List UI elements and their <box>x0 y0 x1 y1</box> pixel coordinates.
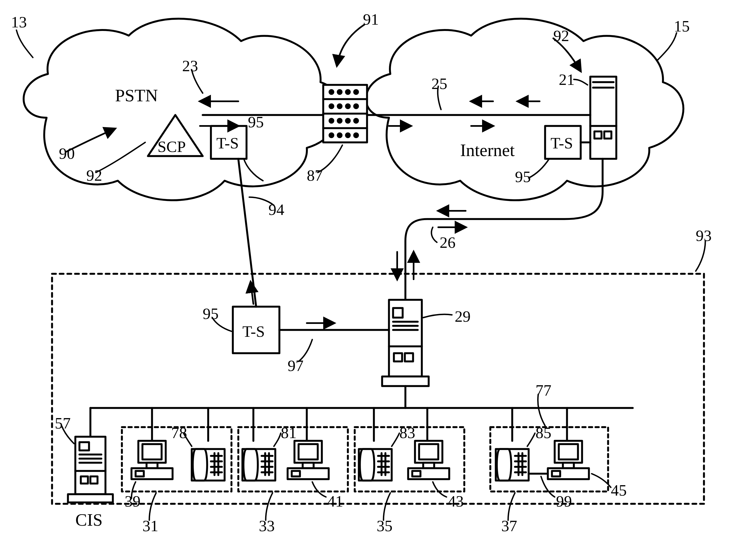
label-37: 37 <box>501 517 517 535</box>
callout-93 <box>696 241 705 271</box>
phone-83 <box>359 449 392 480</box>
svg-point-18 <box>346 133 350 137</box>
svg-point-6 <box>346 90 350 94</box>
svg-point-14 <box>346 119 350 123</box>
callout-13 <box>16 30 33 57</box>
svg-point-7 <box>354 90 358 94</box>
label-95c: 95 <box>203 305 219 323</box>
svg-point-15 <box>354 119 358 123</box>
label-85: 85 <box>536 424 551 442</box>
phone-81 <box>242 449 275 480</box>
label-57: 57 <box>55 414 71 432</box>
callout-35 <box>383 493 390 520</box>
label-internet: Internet <box>460 140 515 160</box>
callout-83 <box>392 433 400 446</box>
svg-rect-105 <box>408 468 449 479</box>
label-29: 29 <box>455 307 471 325</box>
svg-point-4 <box>330 90 333 94</box>
label-21: 21 <box>559 71 575 88</box>
label-cis: CIS <box>75 510 103 529</box>
phone-85 <box>496 449 529 480</box>
svg-rect-74 <box>131 468 173 479</box>
label-ts-3: T-S <box>242 323 265 340</box>
label-ts-1: T-S <box>216 134 239 152</box>
label-99: 99 <box>556 492 572 510</box>
lan-server <box>382 300 429 386</box>
phone-78 <box>192 449 224 480</box>
svg-rect-72 <box>142 444 162 460</box>
computer-41 <box>288 441 329 479</box>
label-90: 90 <box>59 144 75 162</box>
label-43: 43 <box>448 492 464 510</box>
svg-rect-91 <box>299 444 318 460</box>
label-92a: 92 <box>86 167 102 184</box>
label-97: 97 <box>288 357 303 375</box>
computer-45 <box>548 441 589 479</box>
callout-95a <box>244 159 263 181</box>
svg-point-16 <box>330 133 333 137</box>
computer-43 <box>408 441 449 479</box>
label-83: 83 <box>400 424 415 442</box>
label-41: 41 <box>327 492 343 510</box>
callout-43 <box>433 482 447 497</box>
svg-point-19 <box>354 133 358 137</box>
label-13: 13 <box>11 13 27 31</box>
label-93: 93 <box>696 227 712 245</box>
svg-point-9 <box>338 104 342 108</box>
svg-rect-103 <box>419 444 438 460</box>
label-91: 91 <box>363 10 379 28</box>
label-77: 77 <box>536 381 551 399</box>
label-25: 25 <box>431 75 447 92</box>
callout-26 <box>431 227 437 242</box>
svg-rect-41 <box>382 377 429 386</box>
svg-rect-63 <box>68 494 113 503</box>
label-pstn: PSTN <box>115 86 158 105</box>
label-94: 94 <box>268 201 284 218</box>
label-31: 31 <box>142 517 158 535</box>
callout-29 <box>423 314 452 317</box>
callout-33 <box>266 493 272 520</box>
label-87: 87 <box>307 167 323 184</box>
svg-point-5 <box>338 90 342 94</box>
svg-point-8 <box>330 104 333 108</box>
callout-15 <box>658 33 677 60</box>
callout-92a <box>96 142 145 172</box>
callout-95b <box>529 159 549 178</box>
label-15: 15 <box>674 17 690 35</box>
callout-81 <box>274 433 281 446</box>
callout-85 <box>527 433 535 446</box>
label-81: 81 <box>281 424 297 442</box>
svg-point-10 <box>346 104 350 108</box>
svg-rect-21 <box>590 77 616 159</box>
internet-server <box>590 77 616 159</box>
svg-rect-115 <box>559 444 578 460</box>
pstn-cloud <box>24 18 341 200</box>
label-26: 26 <box>439 233 456 251</box>
svg-point-12 <box>330 119 333 123</box>
computer-39 <box>131 441 173 479</box>
cis-server <box>68 437 113 503</box>
label-23: 23 <box>182 57 198 75</box>
svg-rect-93 <box>288 468 329 479</box>
svg-point-17 <box>338 133 342 137</box>
label-ts-2: T-S <box>551 134 573 152</box>
label-78: 78 <box>171 424 187 442</box>
svg-point-11 <box>354 104 358 108</box>
diagram-root: 13 15 91 PSTN Internet SCP T-S T-S T-S 9… <box>0 0 756 555</box>
callout-37 <box>508 493 515 520</box>
gateway-server <box>323 85 367 142</box>
callout-21 <box>574 79 588 85</box>
label-35: 35 <box>377 517 392 535</box>
svg-point-13 <box>338 119 342 123</box>
label-scp: SCP <box>158 138 186 156</box>
label-92b: 92 <box>553 27 569 45</box>
label-95a: 95 <box>248 113 264 131</box>
label-45: 45 <box>611 481 627 499</box>
label-39: 39 <box>125 492 140 510</box>
svg-rect-117 <box>548 468 589 479</box>
label-33: 33 <box>259 517 275 535</box>
callout-31 <box>149 493 156 520</box>
callout-91 <box>337 25 364 66</box>
label-95b: 95 <box>515 168 531 186</box>
callout-41 <box>312 482 326 497</box>
